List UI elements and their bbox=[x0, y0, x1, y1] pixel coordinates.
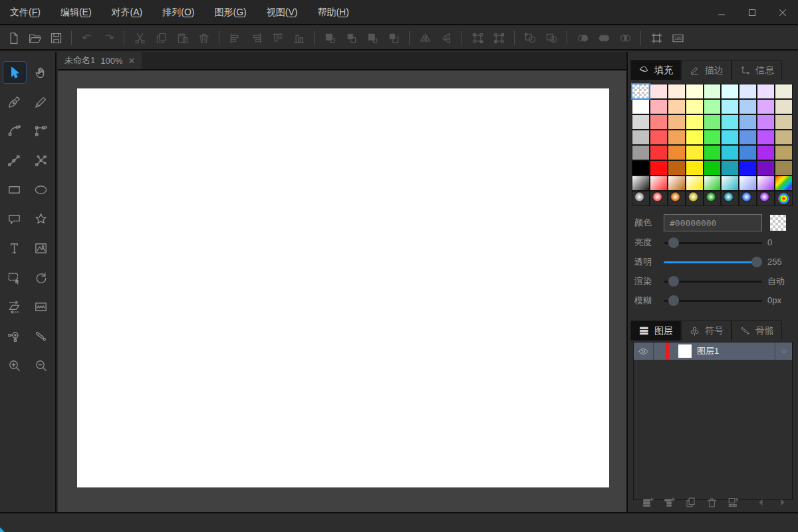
palette-swatch[interactable] bbox=[739, 146, 756, 160]
palette-swatch[interactable] bbox=[704, 146, 721, 160]
palette-swatch[interactable] bbox=[722, 192, 738, 205]
document-tab[interactable]: 未命名1 100% ✕ bbox=[58, 52, 142, 69]
palette-swatch[interactable] bbox=[632, 161, 649, 175]
palette-swatch[interactable] bbox=[632, 100, 649, 114]
palette-swatch[interactable] bbox=[757, 84, 774, 98]
duplicate-layer-button[interactable] bbox=[684, 496, 697, 509]
palette-swatch[interactable] bbox=[668, 176, 685, 190]
palette-swatch[interactable] bbox=[739, 192, 756, 205]
palette-swatch[interactable] bbox=[668, 161, 685, 175]
delete-layer-button[interactable] bbox=[706, 496, 718, 509]
delete-button[interactable] bbox=[194, 29, 213, 47]
palette-swatch[interactable] bbox=[775, 115, 792, 129]
palette-swatch[interactable] bbox=[686, 146, 703, 160]
palette-swatch[interactable] bbox=[650, 115, 667, 129]
tool-zoom-out[interactable] bbox=[29, 354, 53, 376]
palette-swatch[interactable] bbox=[704, 161, 721, 175]
palette-swatch[interactable] bbox=[668, 146, 685, 160]
zoom-100-button[interactable]: 100 bbox=[668, 29, 688, 47]
palette-swatch[interactable] bbox=[686, 100, 703, 114]
undo-button[interactable] bbox=[77, 29, 97, 47]
tool-callout[interactable] bbox=[3, 207, 27, 230]
slider-thumb[interactable] bbox=[668, 295, 679, 306]
ungroup-button[interactable] bbox=[489, 29, 509, 47]
slider-track[interactable] bbox=[664, 257, 762, 267]
copy-button[interactable] bbox=[151, 29, 171, 47]
send-backward-button[interactable] bbox=[362, 29, 382, 47]
prev-arrow-button[interactable] bbox=[755, 496, 767, 509]
tool-polyline[interactable] bbox=[29, 120, 53, 142]
palette-swatch[interactable] bbox=[775, 146, 792, 160]
tool-curve[interactable] bbox=[3, 120, 27, 142]
tool-pen[interactable] bbox=[3, 90, 27, 113]
fill-tab-信息[interactable]: 信息 bbox=[732, 60, 782, 80]
slider-track[interactable] bbox=[664, 276, 762, 287]
palette-swatch[interactable] bbox=[775, 176, 792, 190]
exclude-button[interactable] bbox=[615, 29, 635, 47]
palette-swatch[interactable] bbox=[632, 84, 649, 98]
cut-button[interactable] bbox=[130, 29, 150, 47]
palette-swatch[interactable] bbox=[704, 130, 721, 144]
palette-swatch[interactable] bbox=[722, 146, 738, 160]
tool-image[interactable] bbox=[29, 237, 53, 259]
tool-pencil[interactable] bbox=[29, 90, 53, 113]
tool-rotate[interactable] bbox=[29, 266, 53, 289]
layers-tab-图层[interactable]: 图层 bbox=[630, 321, 681, 340]
align-bottom-button[interactable] bbox=[289, 29, 309, 47]
tool-fill-transform[interactable] bbox=[3, 325, 27, 347]
palette-swatch[interactable] bbox=[739, 115, 756, 129]
palette-swatch[interactable] bbox=[704, 100, 721, 114]
menu-item-编辑[interactable]: 编辑(E) bbox=[51, 0, 102, 25]
tool-knife[interactable] bbox=[29, 325, 53, 347]
palette-swatch[interactable] bbox=[722, 130, 738, 144]
palette-swatch[interactable] bbox=[757, 146, 774, 160]
menu-item-对齐[interactable]: 对齐(A) bbox=[102, 0, 153, 25]
palette-swatch[interactable] bbox=[704, 176, 721, 190]
bring-to-front-button[interactable] bbox=[320, 29, 340, 47]
palette-swatch[interactable] bbox=[757, 100, 774, 114]
palette-swatch[interactable] bbox=[668, 100, 685, 114]
tool-skew[interactable] bbox=[3, 295, 27, 318]
open-file-button[interactable] bbox=[25, 29, 45, 47]
palette-swatch[interactable] bbox=[775, 130, 792, 144]
weld-shapes-button[interactable] bbox=[520, 29, 540, 47]
palette-swatch[interactable] bbox=[757, 161, 774, 175]
tool-envelope[interactable] bbox=[29, 295, 53, 318]
palette-swatch[interactable] bbox=[650, 130, 667, 144]
current-color-swatch[interactable] bbox=[770, 215, 786, 231]
drawing-canvas[interactable] bbox=[77, 88, 609, 487]
paste-button[interactable] bbox=[172, 29, 192, 47]
palette-swatch[interactable] bbox=[739, 100, 756, 114]
slider-track[interactable] bbox=[664, 295, 762, 306]
palette-swatch[interactable] bbox=[722, 115, 738, 129]
tool-path-node[interactable] bbox=[3, 149, 27, 172]
menu-item-图形[interactable]: 图形(G) bbox=[205, 0, 257, 25]
convert-layer-button[interactable] bbox=[727, 496, 739, 509]
palette-swatch[interactable] bbox=[739, 84, 756, 98]
slider-track[interactable] bbox=[664, 237, 762, 248]
palette-swatch[interactable] bbox=[686, 130, 703, 144]
trim-shapes-button[interactable] bbox=[541, 29, 561, 47]
palette-swatch[interactable] bbox=[632, 115, 649, 129]
palette-swatch[interactable] bbox=[722, 84, 738, 98]
menu-item-文件[interactable]: 文件(F) bbox=[0, 0, 51, 25]
tool-marquee[interactable] bbox=[3, 266, 27, 289]
color-hex-input[interactable] bbox=[664, 214, 762, 231]
minimize-button[interactable] bbox=[706, 0, 737, 25]
palette-swatch[interactable] bbox=[668, 192, 685, 205]
redo-button[interactable] bbox=[98, 29, 118, 47]
palette-swatch[interactable] bbox=[650, 146, 667, 160]
bring-forward-button[interactable] bbox=[341, 29, 361, 47]
palette-swatch[interactable] bbox=[775, 100, 792, 114]
fill-tab-填充[interactable]: 填充 bbox=[630, 60, 681, 80]
palette-swatch[interactable] bbox=[632, 192, 649, 205]
palette-swatch[interactable] bbox=[757, 115, 774, 129]
palette-swatch[interactable] bbox=[757, 176, 774, 190]
tool-zoom-in[interactable] bbox=[3, 354, 27, 376]
align-left-button[interactable] bbox=[225, 29, 245, 47]
tool-star[interactable] bbox=[29, 207, 53, 230]
palette-swatch[interactable] bbox=[686, 161, 703, 175]
new-file-button[interactable] bbox=[3, 29, 23, 47]
menu-item-视图[interactable]: 视图(V) bbox=[257, 0, 308, 25]
palette-swatch[interactable] bbox=[775, 192, 792, 205]
